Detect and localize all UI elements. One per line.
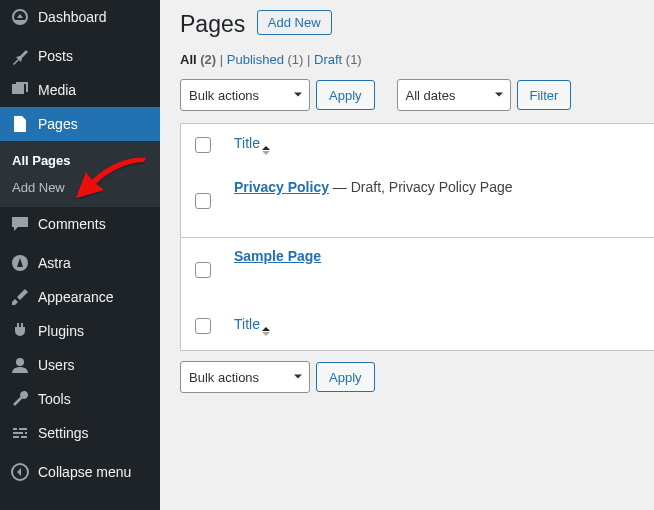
submenu-add-new[interactable]: Add New xyxy=(0,174,160,201)
sidebar-item-settings[interactable]: Settings xyxy=(0,416,160,450)
main-content: Pages Add New All (2) | Published (1) | … xyxy=(160,0,654,510)
sidebar-item-label: Comments xyxy=(38,216,106,232)
sidebar-item-label: Dashboard xyxy=(38,9,107,25)
select-all-checkbox[interactable] xyxy=(195,137,211,153)
sidebar-item-posts[interactable]: Posts xyxy=(0,39,160,73)
submenu-all-pages[interactable]: All Pages xyxy=(0,147,160,174)
sidebar-item-media[interactable]: Media xyxy=(0,73,160,107)
sidebar-item-label: Tools xyxy=(38,391,71,407)
apply-bulk-button-bottom[interactable]: Apply xyxy=(316,362,375,392)
comment-icon xyxy=(10,214,30,234)
sidebar-item-label: Plugins xyxy=(38,323,84,339)
sidebar-item-tools[interactable]: Tools xyxy=(0,382,160,416)
media-icon xyxy=(10,80,30,100)
brush-icon xyxy=(10,287,30,307)
collapse-icon xyxy=(10,462,30,482)
pages-table: Title Privacy Policy — Draft, Privacy Po… xyxy=(180,123,654,351)
admin-sidebar: Dashboard Posts Media Pages All Pages Ad… xyxy=(0,0,160,510)
view-published[interactable]: Published (1) xyxy=(227,52,304,67)
filter-button[interactable]: Filter xyxy=(517,80,572,110)
sidebar-item-label: Users xyxy=(38,357,75,373)
date-filter-select[interactable]: All dates xyxy=(397,79,511,111)
svg-point-1 xyxy=(16,358,24,366)
sidebar-item-dashboard[interactable]: Dashboard xyxy=(0,0,160,34)
page-title: Pages xyxy=(180,11,245,38)
sidebar-item-comments[interactable]: Comments xyxy=(0,207,160,241)
sidebar-submenu-pages: All Pages Add New xyxy=(0,141,160,207)
astra-icon xyxy=(10,253,30,273)
sidebar-item-pages[interactable]: Pages xyxy=(0,107,160,141)
pages-icon xyxy=(10,114,30,134)
sidebar-item-plugins[interactable]: Plugins xyxy=(0,314,160,348)
sidebar-item-label: Settings xyxy=(38,425,89,441)
sidebar-item-label: Collapse menu xyxy=(38,464,131,480)
pin-icon xyxy=(10,46,30,66)
row-state: — Draft, Privacy Policy Page xyxy=(329,179,513,195)
row-checkbox[interactable] xyxy=(195,262,211,278)
bulk-actions-select-bottom[interactable]: Bulk actions xyxy=(180,361,310,393)
view-filters: All (2) | Published (1) | Draft (1) xyxy=(180,52,654,67)
row-title-link[interactable]: Sample Page xyxy=(234,248,321,264)
bulk-actions-select[interactable]: Bulk actions xyxy=(180,79,310,111)
table-row: Privacy Policy — Draft, Privacy Policy P… xyxy=(181,169,655,237)
view-draft[interactable]: Draft (1) xyxy=(314,52,362,67)
sidebar-item-users[interactable]: Users xyxy=(0,348,160,382)
top-controls: Bulk actions Apply All dates Filter xyxy=(180,79,654,111)
sidebar-item-label: Pages xyxy=(38,116,78,132)
plug-icon xyxy=(10,321,30,341)
column-title-header[interactable]: Title xyxy=(224,124,654,170)
row-checkbox[interactable] xyxy=(195,193,211,209)
sliders-icon xyxy=(10,423,30,443)
add-new-button[interactable]: Add New xyxy=(257,10,332,35)
table-row: Sample Page xyxy=(181,237,655,305)
view-all[interactable]: All (2) xyxy=(180,52,216,67)
user-icon xyxy=(10,355,30,375)
apply-bulk-button[interactable]: Apply xyxy=(316,80,375,110)
sidebar-item-appearance[interactable]: Appearance xyxy=(0,280,160,314)
sidebar-item-label: Media xyxy=(38,82,76,98)
wrench-icon xyxy=(10,389,30,409)
row-title-link[interactable]: Privacy Policy xyxy=(234,179,329,195)
sidebar-item-collapse[interactable]: Collapse menu xyxy=(0,455,160,489)
sidebar-item-label: Appearance xyxy=(38,289,114,305)
column-title-footer[interactable]: Title xyxy=(224,305,654,351)
select-all-checkbox-bottom[interactable] xyxy=(195,318,211,334)
bottom-controls: Bulk actions Apply xyxy=(180,361,654,393)
gauge-icon xyxy=(10,7,30,27)
sidebar-item-label: Astra xyxy=(38,255,71,271)
sidebar-item-astra[interactable]: Astra xyxy=(0,246,160,280)
sidebar-item-label: Posts xyxy=(38,48,73,64)
